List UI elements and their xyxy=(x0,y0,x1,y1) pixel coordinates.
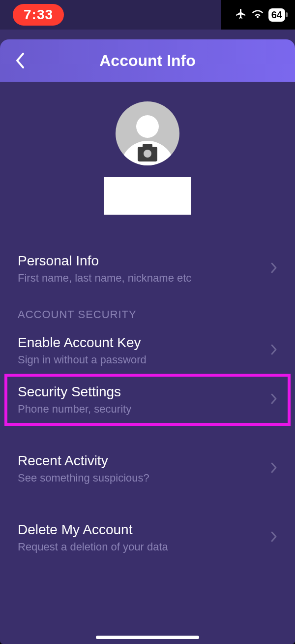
row-delete-account[interactable]: Delete My Account Request a deletion of … xyxy=(18,513,277,562)
chevron-right-icon xyxy=(270,344,277,357)
avatar[interactable] xyxy=(116,101,179,165)
row-title: Personal Info xyxy=(18,253,191,269)
screen: 7:33 64 Account Info xyxy=(0,0,295,644)
header-bar: Account Info xyxy=(0,39,295,82)
page-title: Account Info xyxy=(0,52,295,70)
row-subtitle: See something suspicious? xyxy=(18,472,149,484)
content: Personal Info First name, last name, nic… xyxy=(0,82,295,562)
name-field[interactable] xyxy=(104,177,191,215)
row-enable-account-key[interactable]: Enable Account Key Sign in without a pas… xyxy=(18,326,277,375)
row-subtitle: Sign in without a password xyxy=(18,354,147,366)
row-subtitle: Phone number, security xyxy=(18,403,131,416)
profile-section xyxy=(18,101,277,215)
row-title: Security Settings xyxy=(18,384,131,400)
row-security-settings[interactable]: Security Settings Phone number, security xyxy=(6,375,289,424)
back-button[interactable] xyxy=(10,51,30,70)
row-personal-info[interactable]: Personal Info First name, last name, nic… xyxy=(18,244,277,293)
section-label-security: ACCOUNT SECURITY xyxy=(18,308,277,321)
airplane-icon xyxy=(235,8,247,22)
row-title: Enable Account Key xyxy=(18,335,147,351)
chevron-right-icon xyxy=(270,531,277,545)
status-time: 7:33 xyxy=(13,4,64,26)
chevron-right-icon xyxy=(270,262,277,276)
camera-icon xyxy=(138,147,157,161)
wifi-icon xyxy=(252,9,264,21)
chevron-right-icon xyxy=(270,393,277,407)
row-subtitle: First name, last name, nickname etc xyxy=(18,272,191,285)
row-subtitle: Request a deletion of your data xyxy=(18,541,168,553)
row-recent-activity[interactable]: Recent Activity See something suspicious… xyxy=(18,444,277,493)
row-title: Recent Activity xyxy=(18,453,149,469)
row-title: Delete My Account xyxy=(18,522,168,538)
home-indicator[interactable] xyxy=(96,636,199,639)
status-right: 64 xyxy=(221,0,295,30)
battery-indicator: 64 xyxy=(268,8,285,22)
chevron-right-icon xyxy=(270,462,277,476)
